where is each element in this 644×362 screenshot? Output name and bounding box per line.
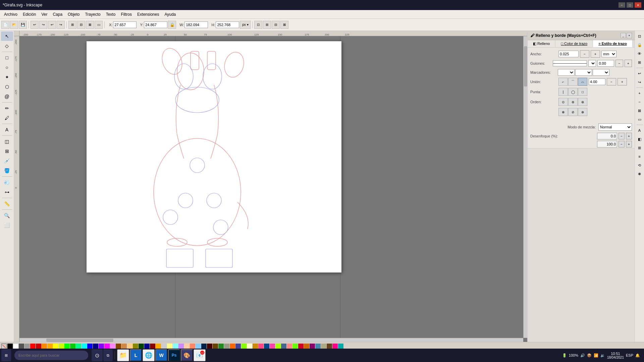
guiones-plus[interactable]: + [625,60,632,67]
taskbar-inkscape[interactable]: 🎨 [181,349,193,361]
toolbar-snap4[interactable]: ⊠ [280,21,288,29]
tab-relleno[interactable]: ◧ Relleno [528,40,555,47]
guion-preview[interactable] [553,60,587,66]
ancho-input[interactable] [558,51,579,57]
toolbar-snap1[interactable]: ⊡ [254,21,262,29]
guiones-type[interactable] [588,60,596,67]
swatch-gray[interactable] [24,344,30,349]
rv-undo[interactable]: ↩ [636,69,644,77]
opacity-input[interactable] [597,141,617,147]
swatch-teal[interactable] [76,344,81,349]
blur-minus[interactable]: − [619,133,625,139]
swatch-darkred[interactable] [207,344,212,349]
tool-dropper[interactable]: 💉 [1,156,13,166]
canvas-content[interactable] [19,36,527,342]
menu-ver[interactable]: Ver [39,11,50,17]
tool-calligraphy[interactable]: 🖊 [1,113,13,123]
swatch-ochre[interactable] [253,344,258,349]
y-input[interactable] [144,21,167,28]
tool-pencil[interactable]: ✏ [1,104,13,113]
opacity-plus[interactable]: + [626,141,632,147]
swatch-white[interactable] [13,344,18,349]
tool-select[interactable]: ↖ [1,32,13,41]
horizontal-scrollbar[interactable] [19,338,523,342]
swatch-lavender[interactable] [178,344,184,349]
orden-5[interactable]: ⊘ [568,108,578,116]
lock-proportions[interactable]: 🔒 [168,21,176,29]
menu-texto[interactable]: Texto [103,11,118,17]
taskbar-explorer[interactable]: 📁 [117,349,129,361]
toolbar-undo2[interactable]: ↩ [48,21,56,29]
toolbar-redo2[interactable]: ↪ [57,21,65,29]
swatch-darkgreen[interactable] [139,344,144,349]
swatch-indigo[interactable] [235,344,241,349]
toolbar-save[interactable]: 💾 [19,21,27,29]
swatch-cream[interactable] [247,344,252,349]
marker-mid[interactable] [575,69,592,76]
swatch-cyan[interactable] [82,344,87,349]
start-button[interactable]: ⊞ [1,349,11,361]
tool-mesh[interactable]: ⊞ [1,146,13,156]
rv-zoom-out[interactable]: − [636,98,644,106]
swatch-olive[interactable] [133,344,138,349]
rv-zoom-page[interactable]: ▭ [636,115,644,123]
swatch-green[interactable] [64,344,70,349]
taskbar-photoshop[interactable]: Ps [168,349,180,361]
menu-edicion[interactable]: Edición [20,11,39,17]
swatch-yellowgreen[interactable] [275,344,281,349]
tool-gradient[interactable]: ◫ [1,137,13,146]
punta-butt[interactable]: | [558,88,568,96]
w-input[interactable] [184,21,208,28]
v-scroll-thumb[interactable] [524,46,527,86]
minimize-button[interactable]: − [619,2,625,8]
swatch-darkgray[interactable] [19,344,24,349]
h-scroll-thumb[interactable] [46,339,113,342]
rv-snap[interactable]: ⊡ [636,32,644,40]
menu-trayecto[interactable]: Trayecto [82,11,103,17]
swatch-fuchsia[interactable] [332,344,338,349]
swatch-yellow[interactable] [53,344,58,349]
swatch-purple[interactable] [99,344,104,349]
tool-connector[interactable]: ⊶ [1,187,13,197]
swatch-blue[interactable] [87,344,93,349]
tool-paint-bucket[interactable]: 🪣 [1,166,13,175]
menu-archivo[interactable]: Archivo [1,11,20,17]
guiones-minus[interactable]: − [615,60,623,67]
swatch-lime[interactable] [241,344,247,349]
swatch-warmgray[interactable] [224,344,229,349]
swatch-chartreuse[interactable] [292,344,298,349]
swatch-tan[interactable] [121,344,127,349]
swatch-navy[interactable] [144,344,150,349]
swatch-khaki[interactable] [321,344,326,349]
swatch-forestgreen[interactable] [218,344,224,349]
ancho-unit[interactable]: mm px [601,51,616,57]
swatch-turquoise[interactable] [338,344,343,349]
punta-round[interactable]: ◯ [568,88,578,96]
menu-filtros[interactable]: Filtros [118,11,135,17]
swatch-blue2[interactable] [93,344,98,349]
swatch-amber[interactable] [270,344,275,349]
swatch-ruby[interactable] [298,344,304,349]
ancho-plus[interactable]: + [591,50,600,58]
swatch-mint[interactable] [173,344,178,349]
union-value[interactable] [589,78,605,85]
blur-plus[interactable]: + [626,133,632,139]
rv-symbols[interactable]: ❋ [636,170,644,178]
taskbar-cortana[interactable]: ⊙ [92,349,103,361]
unit-selector[interactable]: px ▾ [240,21,251,29]
tool-ellipse[interactable]: ○ [1,63,13,72]
tool-spray[interactable]: 💨 [1,178,13,187]
swatch-salmon[interactable] [287,344,292,349]
marker-end[interactable] [593,69,609,76]
maximize-button[interactable]: □ [627,2,633,8]
rv-grid[interactable]: ⊞ [636,144,644,152]
guiones-value[interactable] [597,60,614,67]
swatch-maroon[interactable] [150,344,155,349]
toolbar-open[interactable]: 📂 [10,21,18,29]
swatch-lemon[interactable] [167,344,172,349]
union-round[interactable]: ⌒ [568,78,578,86]
swatch-coral[interactable] [190,344,195,349]
swatch-chocolate[interactable] [327,344,332,349]
toolbar-zoom-in[interactable]: ⊞ [68,21,76,29]
toolbar-zoom-out[interactable]: ⊟ [77,21,85,29]
